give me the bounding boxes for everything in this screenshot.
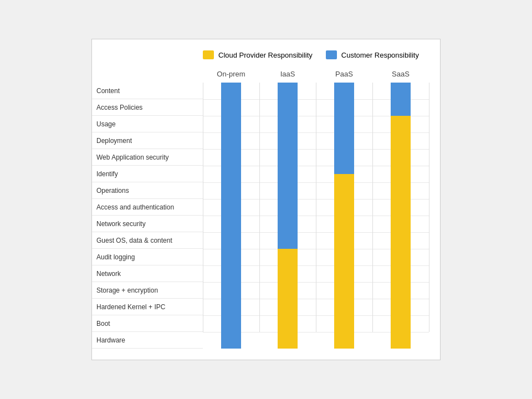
- list-item: Network security: [92, 216, 203, 232]
- list-item: Network: [92, 265, 203, 282]
- customer-label: Customer Responsibility: [341, 51, 419, 59]
- bar-saas-yellow: [391, 116, 411, 349]
- col-header-saas: SaaS: [372, 66, 429, 83]
- chart-container: Cloud Provider Responsibility Customer R…: [91, 39, 441, 360]
- list-item: Identify: [92, 166, 203, 182]
- list-item: Storage + encryption: [92, 282, 203, 299]
- list-item: Deployment: [92, 132, 203, 149]
- col-header-onprem: On-prem: [203, 66, 259, 83]
- bar-saas-blue: [391, 83, 411, 116]
- list-item: Operations: [92, 182, 203, 199]
- legend: Cloud Provider Responsibility Customer R…: [92, 50, 429, 59]
- list-item: Web Application security: [92, 149, 203, 166]
- provider-label: Cloud Provider Responsibility: [218, 51, 313, 59]
- list-item: Content: [92, 83, 203, 99]
- column-headers: On-prem IaaS PaaS SaaS: [203, 66, 429, 83]
- list-item: Guest OS, data & content: [92, 232, 203, 249]
- list-item: Hardware: [92, 332, 203, 349]
- legend-provider: Cloud Provider Responsibility: [203, 50, 313, 59]
- bar-iaas-blue: [278, 83, 298, 249]
- row-labels: Content Access Policies Usage Deployment…: [92, 66, 203, 349]
- provider-swatch: [203, 50, 214, 59]
- col-header-iaas: IaaS: [259, 66, 316, 83]
- col-header-paas: PaaS: [316, 66, 372, 83]
- list-item: Access Policies: [92, 99, 203, 116]
- bars-area: On-prem IaaS PaaS SaaS: [203, 66, 429, 349]
- bar-iaas-yellow: [278, 249, 298, 349]
- list-item: Access and authentication: [92, 199, 203, 216]
- main-chart: Content Access Policies Usage Deployment…: [92, 66, 429, 349]
- list-item: Hardened Kernel + IPC: [92, 299, 203, 315]
- legend-customer: Customer Responsibility: [326, 50, 419, 59]
- customer-swatch: [326, 50, 337, 59]
- list-item: Boot: [92, 315, 203, 332]
- list-item: Usage: [92, 116, 203, 132]
- bar-onprem: [221, 83, 241, 349]
- data-rows: [203, 83, 429, 332]
- bar-paas-blue: [334, 83, 354, 174]
- bar-paas-yellow: [334, 174, 354, 349]
- list-item: Audit logging: [92, 249, 203, 265]
